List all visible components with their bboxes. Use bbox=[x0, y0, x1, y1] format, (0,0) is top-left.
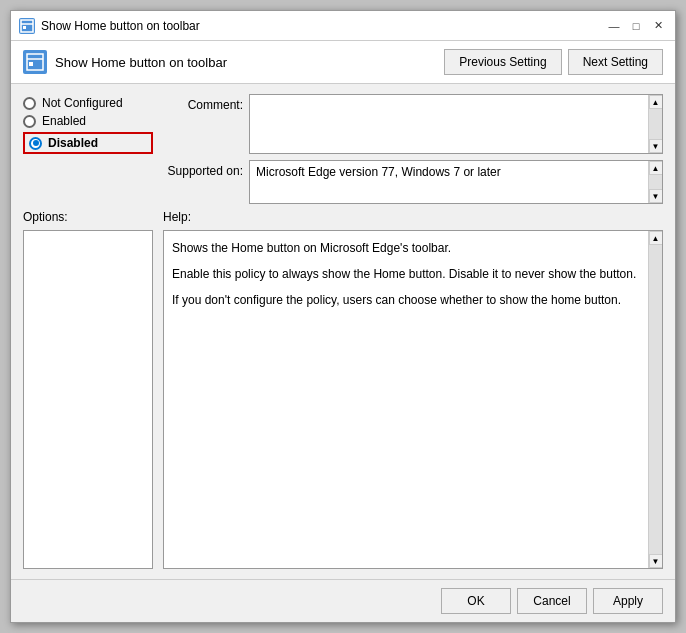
title-bar: Show Home button on toolbar — □ ✕ bbox=[11, 11, 675, 41]
options-label-container: Options: bbox=[23, 210, 153, 224]
radio-not-configured-label: Not Configured bbox=[42, 96, 123, 110]
scroll-track bbox=[649, 109, 662, 139]
help-scrollbar[interactable]: ▲ ▼ bbox=[648, 231, 662, 568]
radio-disabled-label: Disabled bbox=[48, 136, 98, 150]
main-window: Show Home button on toolbar — □ ✕ Show H… bbox=[10, 10, 676, 623]
help-scroll-track bbox=[649, 245, 662, 554]
radio-disabled-input[interactable] bbox=[29, 137, 42, 150]
previous-setting-button[interactable]: Previous Setting bbox=[444, 49, 561, 75]
scroll-down-btn[interactable]: ▼ bbox=[649, 139, 663, 153]
cancel-button[interactable]: Cancel bbox=[517, 588, 587, 614]
top-section: Not Configured Enabled Disabled Comme bbox=[23, 94, 663, 204]
footer: OK Cancel Apply bbox=[11, 579, 675, 622]
radio-dot bbox=[33, 140, 39, 146]
comment-label: Comment: bbox=[163, 94, 243, 112]
options-panel bbox=[23, 230, 153, 569]
header-icon bbox=[23, 50, 47, 74]
bottom-section: Shows the Home button on Microsoft Edge'… bbox=[23, 230, 663, 569]
radio-enabled-label: Enabled bbox=[42, 114, 86, 128]
supported-scrollbar[interactable]: ▲ ▼ bbox=[648, 161, 662, 203]
window-title: Show Home button on toolbar bbox=[41, 19, 200, 33]
svg-rect-0 bbox=[21, 20, 33, 32]
header-left: Show Home button on toolbar bbox=[23, 50, 227, 74]
help-content: Shows the Home button on Microsoft Edge'… bbox=[164, 231, 662, 325]
supported-row: Supported on: Microsoft Edge version 77,… bbox=[163, 160, 663, 204]
comment-textarea[interactable] bbox=[250, 95, 662, 153]
header-bar: Show Home button on toolbar Previous Set… bbox=[11, 41, 675, 84]
supported-label: Supported on: bbox=[163, 160, 243, 178]
minimize-button[interactable]: — bbox=[605, 17, 623, 35]
right-panel: Comment: ▲ ▼ Supported on: Microsoft Edg… bbox=[163, 94, 663, 204]
help-line1: Shows the Home button on Microsoft Edge'… bbox=[172, 239, 654, 257]
comment-scrollbar[interactable]: ▲ ▼ bbox=[648, 95, 662, 153]
svg-rect-2 bbox=[23, 26, 26, 29]
maximize-button[interactable]: □ bbox=[627, 17, 645, 35]
supported-scroll-track bbox=[649, 175, 662, 189]
radio-disabled-highlighted[interactable]: Disabled bbox=[23, 132, 153, 154]
supported-scroll-up[interactable]: ▲ bbox=[649, 161, 663, 175]
options-box bbox=[23, 230, 153, 569]
header-title: Show Home button on toolbar bbox=[55, 55, 227, 70]
help-line2: Enable this policy to always show the Ho… bbox=[172, 265, 654, 283]
supported-text: Microsoft Edge version 77, Windows 7 or … bbox=[250, 161, 662, 183]
svg-rect-5 bbox=[29, 62, 33, 66]
header-buttons: Previous Setting Next Setting bbox=[444, 49, 663, 75]
comment-row: Comment: ▲ ▼ bbox=[163, 94, 663, 154]
left-panel: Not Configured Enabled Disabled bbox=[23, 94, 153, 204]
radio-not-configured-input[interactable] bbox=[23, 97, 36, 110]
help-panel: Shows the Home button on Microsoft Edge'… bbox=[163, 230, 663, 569]
help-label: Help: bbox=[163, 210, 191, 224]
comment-box: ▲ ▼ bbox=[249, 94, 663, 154]
ok-button[interactable]: OK bbox=[441, 588, 511, 614]
apply-button[interactable]: Apply bbox=[593, 588, 663, 614]
help-line3: If you don't configure the policy, users… bbox=[172, 291, 654, 309]
supported-box: Microsoft Edge version 77, Windows 7 or … bbox=[249, 160, 663, 204]
radio-not-configured[interactable]: Not Configured bbox=[23, 96, 153, 110]
close-button[interactable]: ✕ bbox=[649, 17, 667, 35]
help-scroll-down[interactable]: ▼ bbox=[649, 554, 663, 568]
scroll-up-btn[interactable]: ▲ bbox=[649, 95, 663, 109]
help-label-container: Help: bbox=[163, 210, 663, 224]
main-content: Not Configured Enabled Disabled Comme bbox=[11, 84, 675, 579]
title-bar-controls: — □ ✕ bbox=[605, 17, 667, 35]
help-scroll-up[interactable]: ▲ bbox=[649, 231, 663, 245]
help-box: Shows the Home button on Microsoft Edge'… bbox=[163, 230, 663, 569]
window-icon bbox=[19, 18, 35, 34]
title-bar-left: Show Home button on toolbar bbox=[19, 18, 200, 34]
labels-row: Options: Help: bbox=[23, 210, 663, 224]
options-label: Options: bbox=[23, 210, 68, 224]
next-setting-button[interactable]: Next Setting bbox=[568, 49, 663, 75]
radio-enabled-input[interactable] bbox=[23, 115, 36, 128]
radio-enabled[interactable]: Enabled bbox=[23, 114, 153, 128]
supported-scroll-down[interactable]: ▼ bbox=[649, 189, 663, 203]
